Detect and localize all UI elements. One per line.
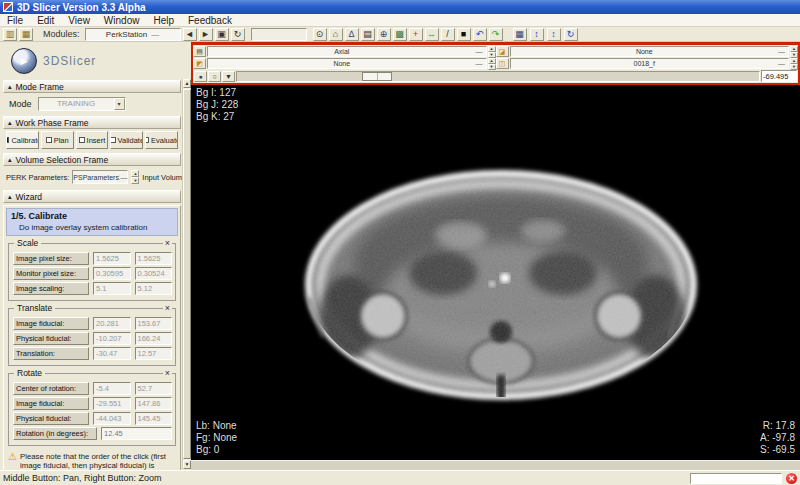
overlay-line: Fg: None — [196, 432, 237, 444]
rotate-view-icon[interactable]: ↻ — [564, 28, 578, 41]
value-field[interactable]: 147.86 — [135, 397, 173, 410]
fit-to-window-icon[interactable]: ○ — [208, 71, 221, 82]
menu-item[interactable]: Edit — [30, 14, 61, 27]
overlay-line: Bg: 0 — [196, 444, 237, 456]
slice-offset-value[interactable]: -69.495 — [761, 70, 797, 82]
crosshair-icon[interactable]: ⊕ — [377, 28, 391, 41]
menu-item[interactable]: Window — [97, 14, 147, 27]
controller-row: ◫ 0018_f — ▲▼ — [496, 57, 799, 69]
status-entry-field[interactable] — [690, 473, 782, 484]
wizard-header[interactable]: ▴ Wizard — [3, 190, 181, 203]
close-icon[interactable]: × — [163, 368, 172, 378]
phase-button[interactable]: Evaluate — [145, 131, 178, 149]
foreground-layer-icon[interactable]: ◪ — [496, 46, 509, 57]
module-history-icon[interactable]: ▣ — [215, 28, 229, 41]
mode-row: Mode TRAINING ▾ — [3, 93, 181, 114]
slicer-logo-text: 3DSlicer — [43, 54, 96, 68]
collapse-arrow-icon: ▴ — [8, 83, 12, 91]
fiducial-icon[interactable]: + — [409, 28, 423, 41]
slice-link-icon[interactable]: ▤ — [193, 46, 206, 57]
fit-volume-icon[interactable]: ↕ — [547, 28, 561, 41]
layers-icon[interactable]: ▩ — [393, 28, 407, 41]
previous-module-icon[interactable]: ◄ — [183, 28, 197, 41]
volume-selection-frame-header[interactable]: ▴ Volume Selection Frame — [3, 153, 181, 166]
module-refresh-icon[interactable]: ↻ — [231, 28, 245, 41]
mode-select[interactable]: TRAINING ▾ — [38, 97, 126, 111]
slice-offset-slider[interactable] — [236, 71, 760, 82]
value-field[interactable]: -5.4 — [93, 382, 131, 395]
menu-item[interactable]: Feedback — [181, 14, 239, 27]
menu-item[interactable]: Help — [146, 14, 181, 27]
sidebar-scrollbar[interactable]: ▲ ▼ — [182, 79, 191, 469]
label-layer-icon[interactable]: ◩ — [193, 58, 206, 69]
home-icon[interactable]: ⌂ — [329, 28, 343, 41]
next-module-icon[interactable]: ► — [199, 28, 213, 41]
field-row: Image scaling: 5.1 5.12 — [13, 282, 172, 295]
layer-select[interactable]: Axial — — [207, 46, 487, 57]
module-selector[interactable]: PerkStation — — [85, 28, 181, 41]
slider-handle[interactable] — [362, 72, 392, 81]
scroll-up-icon[interactable]: ▲ — [183, 79, 191, 88]
close-icon[interactable]: × — [163, 303, 172, 313]
work-phase-frame-header[interactable]: ▴ Work Phase Frame — [3, 116, 181, 129]
value-field[interactable]: 5.12 — [135, 282, 173, 295]
transform-icon[interactable]: ↔ — [425, 28, 439, 41]
layer-select[interactable]: None — — [207, 58, 487, 69]
phase-button[interactable]: Calibrate — [6, 131, 39, 149]
snapshot-icon[interactable]: ▤ — [361, 28, 375, 41]
value-field[interactable]: 166.24 — [135, 332, 173, 345]
background-layer-icon[interactable]: ◫ — [496, 58, 509, 69]
module-search-input[interactable] — [251, 28, 307, 41]
field-row: Image fiducial: 20.281 153.67 — [13, 317, 172, 330]
layout-icon[interactable]: ▦ — [513, 28, 527, 41]
value-field[interactable]: 0.30595 — [93, 267, 131, 280]
zoom-icon[interactable]: ⊙ — [313, 28, 327, 41]
layer-select[interactable]: None — — [510, 46, 790, 57]
menu-item[interactable]: File — [0, 14, 30, 27]
value-field[interactable]: 20.281 — [93, 317, 131, 330]
value-field[interactable]: 5.1 — [93, 282, 131, 295]
layer-spinner[interactable]: ▲▼ — [488, 58, 496, 69]
scrollbar-thumb[interactable] — [183, 89, 191, 459]
perk-parameters-select[interactable]: PSParameters1 — — [72, 170, 128, 184]
rotation-value-field[interactable]: 12.45 — [101, 427, 172, 440]
phase-button[interactable]: Validate — [110, 131, 143, 149]
value-field[interactable]: 1.5625 — [93, 252, 131, 265]
fit-slice-icon[interactable]: ↕ — [530, 28, 544, 41]
value-field[interactable]: -44.043 — [93, 412, 131, 425]
layer-spinner[interactable]: ▲▼ — [488, 46, 496, 57]
redo-icon[interactable]: ↷ — [489, 28, 503, 41]
slice-menu-icon[interactable]: ▼ — [222, 71, 235, 82]
title-bar[interactable]: 3D Slicer Version 3.3 Alpha — [0, 0, 800, 14]
axial-slice-viewport[interactable]: Bg I: 127Bg J: 228Bg K: 27 Lb: NoneFg: N… — [191, 85, 800, 460]
screen-capture-icon[interactable]: ■ — [457, 28, 471, 41]
value-field[interactable]: 145.45 — [135, 412, 173, 425]
value-field[interactable]: 12.57 — [135, 347, 173, 360]
layer-spinner[interactable]: ▲▼ — [790, 46, 798, 57]
value-field[interactable]: 0.30524 — [135, 267, 173, 280]
menu-item[interactable]: View — [61, 14, 97, 27]
value-field[interactable]: -30.47 — [93, 347, 131, 360]
scroll-down-icon[interactable]: ▼ — [183, 460, 191, 469]
value-field[interactable]: 52.7 — [135, 382, 173, 395]
value-field[interactable]: -29.551 — [93, 397, 131, 410]
value-field[interactable]: -10.207 — [93, 332, 131, 345]
logo-row: ▶ 3DSlicer — [3, 44, 181, 78]
undo-icon[interactable]: ↶ — [473, 28, 487, 41]
layer-spinner[interactable]: ▲▼ — [790, 58, 798, 69]
mode-frame-header[interactable]: ▴ Mode Frame — [3, 80, 181, 93]
slice-visibility-icon[interactable]: ● — [194, 71, 207, 82]
save-scene-icon[interactable]: ▦ — [19, 28, 33, 41]
phase-button[interactable]: Plan — [41, 131, 74, 149]
close-icon[interactable]: × — [163, 238, 172, 248]
value-field[interactable]: 153.67 — [135, 317, 173, 330]
modules-tree-icon[interactable]: ∆ — [345, 28, 359, 41]
value-field[interactable]: 1.5625 — [135, 252, 173, 265]
phase-button[interactable]: Insert — [76, 131, 109, 149]
checkbox-icon — [6, 137, 9, 143]
layer-select[interactable]: 0018_f — — [510, 58, 790, 69]
ruler-icon[interactable]: / — [441, 28, 455, 41]
load-scene-icon[interactable]: ▥ — [3, 28, 17, 41]
error-log-icon[interactable]: ✕ — [786, 473, 797, 484]
perk-parameters-spinner[interactable]: ▲▼ — [131, 170, 139, 184]
